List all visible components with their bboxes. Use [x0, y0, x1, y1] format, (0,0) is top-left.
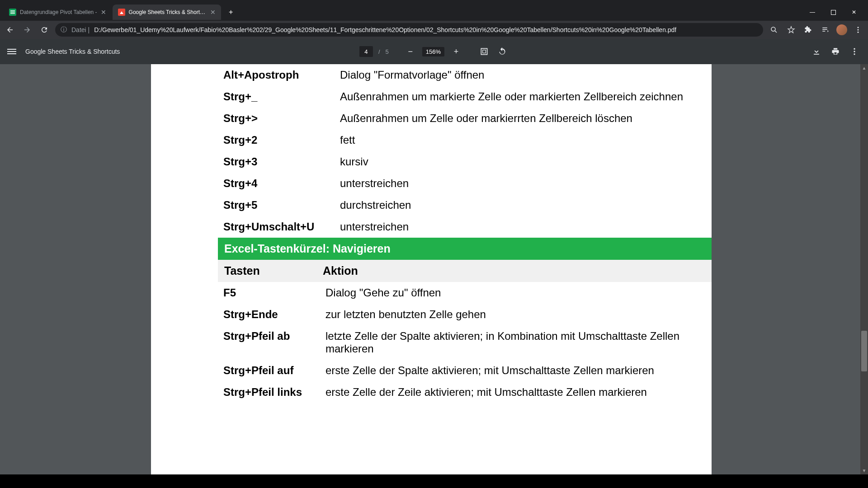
svg-rect-8 — [822, 28, 827, 28]
shortcut-key: Strg+Pfeil auf — [223, 364, 322, 377]
svg-point-17 — [854, 51, 855, 52]
shortcut-desc: Außenrahmen um markierte Zelle oder mark… — [322, 90, 683, 103]
svg-rect-1 — [10, 10, 15, 11]
svg-rect-5 — [831, 10, 835, 14]
svg-point-11 — [858, 27, 859, 28]
column-headers: Tasten Aktion — [218, 260, 712, 282]
svg-rect-3 — [10, 13, 15, 14]
svg-point-6 — [771, 27, 775, 31]
zoom-level[interactable]: 156% — [422, 47, 444, 56]
url-path: D:/Gewerbe/01_Udemy%20Laufwerk/Fabio%20B… — [94, 26, 676, 33]
shortcut-desc: erste Zelle der Spalte aktivieren; mit U… — [322, 364, 654, 377]
section-header: Excel-Tastenkürzel: Navigieren — [218, 238, 712, 260]
taskbar — [0, 474, 868, 488]
svg-rect-15 — [483, 50, 486, 53]
col-aktion: Aktion — [323, 264, 358, 277]
svg-rect-10 — [822, 31, 825, 32]
url-box[interactable]: ⓘ Datei | D:/Gewerbe/01_Udemy%20Laufwerk… — [55, 23, 763, 37]
col-tasten: Tasten — [224, 264, 323, 277]
table-row: Strg+4unterstreichen — [218, 173, 712, 194]
reload-button[interactable] — [38, 23, 51, 36]
minimize-button[interactable]: — — [802, 5, 823, 19]
more-button[interactable] — [848, 45, 861, 58]
shortcut-key: Strg+Pfeil ab — [223, 330, 322, 343]
table-row: Strg+Pfeil auferste Zelle der Spalte akt… — [218, 360, 712, 381]
download-button[interactable] — [810, 45, 823, 58]
maximize-button[interactable] — [823, 5, 844, 19]
zoom-icon[interactable] — [768, 23, 780, 36]
tab-label: Datengrundlage Pivot Tabellen - — [20, 9, 97, 15]
shortcut-desc: Dialog "Gehe zu" öffnen — [322, 286, 441, 299]
table-row: Strg+Umschalt+Uunterstreichen — [218, 216, 712, 238]
back-button[interactable] — [4, 23, 16, 36]
close-window-button[interactable]: ✕ — [844, 5, 864, 19]
bookmark-icon[interactable] — [785, 23, 797, 36]
shortcut-key: Alt+Apostroph — [223, 69, 322, 81]
svg-rect-14 — [481, 48, 487, 54]
url-protocol: Datei | — [71, 26, 90, 33]
scrollbar[interactable]: ▲ ▼ — [860, 64, 868, 474]
shortcut-desc: durchstreichen — [322, 199, 411, 211]
pdf-page: Alt+ApostrophDialog "Formatvorlage" öffn… — [151, 64, 712, 474]
shortcut-desc: letzte Zelle der Spalte aktivieren; in K… — [322, 330, 693, 355]
zoom-in-button[interactable]: + — [450, 45, 462, 58]
svg-rect-9 — [822, 29, 827, 30]
zoom-out-button[interactable]: − — [404, 45, 417, 58]
shortcut-key: F5 — [223, 286, 322, 299]
menu-icon[interactable] — [852, 23, 864, 36]
page-separator: / — [378, 48, 380, 55]
shortcut-key: Strg+2 — [223, 134, 322, 146]
shortcut-key: Strg+Pfeil links — [223, 386, 322, 399]
pdf-icon — [118, 9, 125, 16]
close-icon[interactable]: ✕ — [101, 9, 106, 16]
pdf-viewer: Alt+ApostrophDialog "Formatvorlage" öffn… — [0, 64, 868, 474]
extensions-icon[interactable] — [802, 23, 815, 36]
scroll-down-icon[interactable]: ▼ — [860, 467, 868, 474]
reading-list-icon[interactable] — [819, 23, 832, 36]
shortcut-desc: unterstreichen — [322, 177, 409, 190]
svg-point-18 — [854, 53, 855, 55]
scroll-up-icon[interactable]: ▲ — [860, 64, 868, 72]
shortcut-desc: zur letzten benutzten Zelle gehen — [322, 308, 486, 321]
tab-strip: Datengrundlage Pivot Tabellen - ✕ Google… — [0, 0, 868, 21]
new-tab-button[interactable]: + — [225, 6, 237, 19]
table-row: Strg+3kursiv — [218, 151, 712, 173]
table-row: Strg+2fett — [218, 129, 712, 151]
profile-avatar[interactable] — [836, 24, 847, 35]
scroll-thumb[interactable] — [861, 331, 867, 371]
pdf-toolbar: Google Sheets Tricks & Shortcuts / 5 − 1… — [0, 39, 868, 64]
table-row: Strg+>Außenrahmen um Zelle oder markierr… — [218, 108, 712, 129]
table-row: Strg+5durchstreichen — [218, 194, 712, 216]
svg-rect-2 — [10, 12, 15, 13]
shortcut-key: Strg+3 — [223, 155, 322, 168]
close-icon[interactable]: ✕ — [210, 9, 216, 16]
table-row: Strg+Endezur letzten benutzten Zelle geh… — [218, 304, 712, 325]
shortcut-desc: Dialog "Formatvorlage" öffnen — [322, 69, 484, 81]
svg-point-16 — [854, 48, 855, 50]
address-bar: ⓘ Datei | D:/Gewerbe/01_Udemy%20Laufwerk… — [0, 21, 868, 39]
tab-shortcuts[interactable]: Google Sheets Tricks & Shortcuts ✕ — [113, 5, 221, 20]
table-row: Alt+ApostrophDialog "Formatvorlage" öffn… — [218, 64, 712, 86]
page-input[interactable] — [359, 46, 373, 57]
table-row: F5Dialog "Gehe zu" öffnen — [218, 282, 712, 304]
shortcut-desc: Außenrahmen um Zelle oder markierrten Ze… — [322, 112, 632, 125]
table-row: Strg+_Außenrahmen um markierte Zelle ode… — [218, 86, 712, 108]
rotate-button[interactable] — [496, 45, 509, 58]
fit-page-button[interactable] — [478, 45, 491, 58]
shortcut-key: Strg+Ende — [223, 308, 322, 321]
tab-datengrundlage[interactable]: Datengrundlage Pivot Tabellen - ✕ — [4, 5, 112, 20]
menu-button[interactable] — [7, 49, 16, 54]
table-row: Strg+Pfeil linkserste Zelle der Zeile ak… — [218, 381, 712, 403]
site-info-icon[interactable]: ⓘ — [61, 26, 67, 34]
shortcut-key: Strg+Umschalt+U — [223, 221, 322, 233]
shortcut-desc: unterstreichen — [322, 221, 409, 233]
page-total: 5 — [386, 48, 389, 55]
shortcut-key: Strg+5 — [223, 199, 322, 211]
shortcut-desc: erste Zelle der Zeile aktivieren; mit Um… — [322, 386, 647, 399]
print-button[interactable] — [829, 45, 842, 58]
table-row: Strg+Pfeil abletzte Zelle der Spalte akt… — [218, 325, 712, 360]
forward-button[interactable] — [21, 23, 33, 36]
svg-line-7 — [775, 31, 777, 33]
window-controls: — ✕ — [802, 5, 864, 19]
shortcut-key: Strg+_ — [223, 90, 322, 103]
